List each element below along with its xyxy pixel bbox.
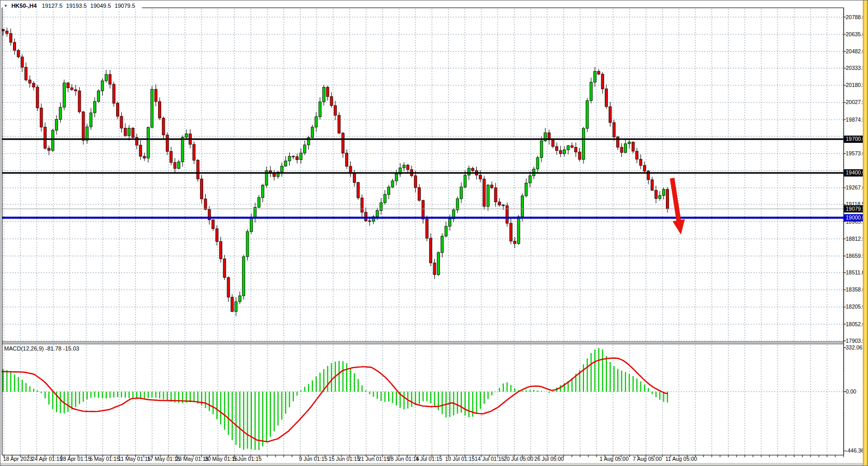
date-label: 15 Jun 01:15 (329, 456, 360, 462)
candle-bearish (17, 50, 20, 57)
candle-bullish (93, 101, 96, 113)
candle-bearish (620, 147, 623, 152)
date-label: 18 Apr 2023 (3, 456, 33, 462)
candle-bearish (44, 127, 47, 149)
candle-bullish (487, 185, 489, 206)
candle-bullish (55, 119, 58, 130)
candle-bullish (177, 162, 180, 169)
candle-bullish (51, 130, 54, 151)
date-label: 20 Jul 05:00 (504, 456, 533, 462)
candle-bullish (586, 100, 589, 128)
candle-bearish (159, 101, 161, 118)
candle-bearish (9, 34, 12, 42)
candle-bearish (483, 179, 486, 207)
candle-bullish (315, 117, 318, 127)
candle-bearish (70, 88, 73, 90)
candle-bearish (36, 87, 39, 108)
down-arrow-annotation[interactable] (670, 178, 685, 235)
candle-bearish (353, 173, 355, 183)
price-label-box: 19700.0 (844, 136, 866, 143)
candle-bearish (613, 123, 615, 137)
candle-bearish (341, 133, 344, 153)
candle-bullish (395, 174, 397, 181)
candle-bearish (174, 163, 176, 168)
date-label: 5 May 01:15 (90, 456, 120, 462)
candle-bearish (514, 241, 516, 244)
candle-bearish (338, 115, 340, 133)
time-axis: 18 Apr 202324 Apr 01:1528 Apr 01:155 May… (3, 455, 844, 462)
candle-bullish (391, 181, 394, 187)
candle-bullish (628, 142, 631, 143)
candle-bearish (551, 140, 554, 147)
candle-bullish (63, 83, 65, 107)
date-label: 11 May 01:15 (118, 456, 151, 462)
candle-bullish (322, 87, 325, 101)
candle-bullish (151, 89, 153, 127)
candle-bullish (380, 203, 382, 211)
candle-bearish (166, 135, 168, 152)
price-label-box: 19079.5 (844, 205, 866, 212)
date-label: 23 May 01:15 (176, 456, 209, 462)
candle-bearish (361, 198, 363, 212)
candle-bearish (292, 156, 294, 157)
candle-bearish (196, 161, 199, 179)
candle-bearish (406, 165, 409, 169)
candle-bullish (464, 175, 466, 187)
candle-bullish (449, 219, 451, 226)
candle-bullish (280, 166, 283, 172)
candle-bearish (139, 145, 142, 156)
candle-bullish (243, 257, 245, 296)
candle-bearish (502, 205, 505, 206)
candle-bullish (594, 71, 596, 82)
candle-bearish (575, 147, 577, 152)
candle-bearish (636, 151, 638, 159)
candle-bullish (238, 296, 241, 302)
candle-bearish (330, 97, 333, 106)
candle-bullish (441, 236, 444, 253)
candle-bearish (170, 151, 173, 162)
date-label: 11 Aug 05:00 (665, 456, 697, 462)
candle-bearish (21, 57, 23, 67)
candle-bearish (143, 156, 146, 158)
candle-bullish (288, 156, 291, 161)
candle-bullish (582, 128, 585, 159)
candle-bearish (227, 278, 230, 297)
candle-bearish (67, 83, 69, 88)
candle-bullish (97, 91, 100, 101)
candle-bullish (624, 144, 627, 153)
candle-bearish (74, 90, 77, 91)
candle-bullish (246, 231, 249, 257)
candle-bearish (643, 166, 646, 171)
candle-bullish (262, 185, 264, 198)
candle-bullish (258, 198, 260, 208)
candle-bullish (529, 176, 531, 183)
symbol-dropdown-icon[interactable]: ▼ (4, 4, 8, 8)
chart-canvas[interactable]: 20788.020635.020482.020333.520180.520027… (1, 1, 868, 466)
candle-bullish (304, 145, 306, 153)
candle-bearish (132, 128, 134, 138)
candle-bearish (117, 103, 119, 116)
candle-bullish (563, 150, 566, 153)
candle-bearish (154, 89, 157, 101)
date-label: 24 Apr 01:15 (32, 456, 63, 462)
candle-bullish (521, 196, 524, 216)
bottom-strip (1, 463, 868, 466)
candle-bearish (204, 199, 207, 210)
candle-bullish (659, 196, 661, 199)
date-label: 26 Jul 05:00 (534, 456, 564, 462)
candle-bearish (479, 175, 481, 179)
candle-bullish (147, 127, 149, 158)
candle-bearish (605, 89, 608, 107)
macd-tick-label: 332.06 (846, 344, 862, 351)
candle-bullish (235, 302, 237, 312)
candle-bearish (498, 202, 501, 205)
candle-bearish (296, 157, 298, 160)
candle-bullish (437, 253, 439, 275)
price-label-box: 19000.0 (844, 214, 866, 222)
candle-bullish (101, 81, 104, 91)
candle-bearish (601, 74, 604, 89)
candle-bearish (597, 71, 600, 74)
candle-bullish (517, 217, 520, 244)
date-label: 28 Jun 01:15 (388, 456, 419, 462)
candle-bearish (418, 187, 421, 200)
